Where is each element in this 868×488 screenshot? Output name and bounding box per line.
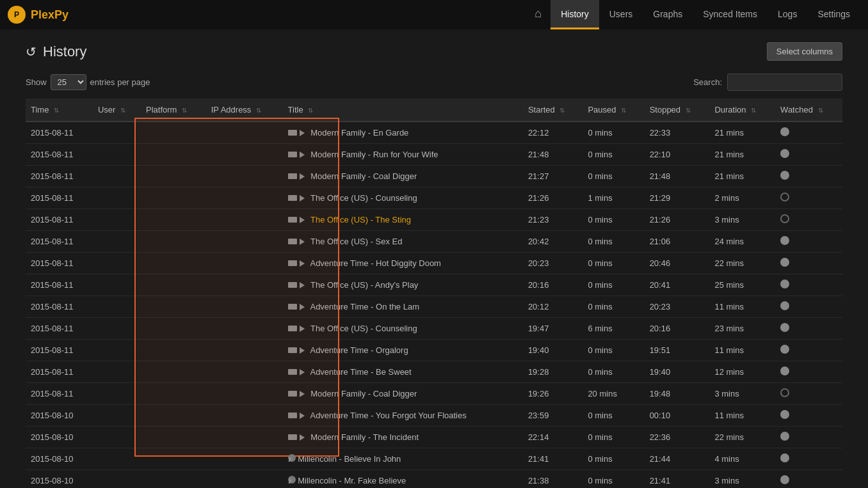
table-row: 2015-08-11 Modern Family - Coal Digger 1… [26, 383, 842, 405]
col-title[interactable]: Title ⇅ [283, 98, 523, 122]
video-icon [288, 369, 297, 375]
col-duration[interactable]: Duration ⇅ [709, 98, 775, 122]
cell-user [93, 231, 141, 253]
cell-paused: 0 mins [583, 166, 644, 187]
cell-duration: 3 mins [709, 470, 775, 489]
cell-ip [206, 361, 283, 383]
table-row: 2015-08-11 Adventure Time - On the Lam 2… [26, 296, 842, 318]
col-paused[interactable]: Paused ⇅ [583, 98, 644, 122]
cell-date: 2015-08-10 [26, 470, 93, 489]
select-columns-button[interactable]: Select columns [767, 42, 842, 61]
video-icons [288, 195, 305, 201]
cell-date: 2015-08-11 [26, 144, 93, 166]
table-row: 2015-08-10 ♪ Millencolin - Mr. Fake Beli… [26, 470, 842, 489]
watched-indicator [780, 214, 789, 223]
cell-paused: 0 mins [583, 405, 644, 427]
page-title: ↺ History [26, 43, 86, 60]
cell-stopped: 21:48 [645, 166, 710, 187]
nav-home[interactable]: ⌂ [526, 0, 551, 29]
nav-users[interactable]: Users [599, 0, 643, 29]
play-icon [300, 326, 305, 332]
cell-user [93, 274, 141, 296]
cell-paused: 0 mins [583, 253, 644, 274]
col-watched[interactable]: Watched ⇅ [775, 98, 842, 122]
cell-user [93, 209, 141, 231]
nav-logs[interactable]: Logs [768, 0, 807, 29]
cell-paused: 0 mins [583, 361, 644, 383]
video-icon [288, 152, 297, 157]
cell-user [93, 318, 141, 340]
cell-watched [775, 122, 842, 144]
sort-icon-paused: ⇅ [621, 107, 626, 114]
cell-ip [206, 122, 283, 144]
logo-text: PlexPy [31, 8, 68, 22]
cell-duration: 3 mins [709, 383, 775, 405]
cell-paused: 0 mins [583, 274, 644, 296]
cell-user [93, 166, 141, 187]
cell-paused: 0 mins [583, 448, 644, 470]
cell-started: 21:26 [523, 187, 583, 209]
play-icon [300, 304, 305, 310]
cell-duration: 11 mins [709, 296, 775, 318]
play-icon [300, 130, 305, 136]
col-stopped[interactable]: Stopped ⇅ [645, 98, 710, 122]
table-row: 2015-08-11 The Office (US) - Counseling … [26, 187, 842, 209]
cell-ip [206, 253, 283, 274]
play-icon [300, 239, 305, 245]
cell-title: Modern Family - Coal Digger [283, 166, 523, 187]
logo: P PlexPy [8, 6, 68, 24]
cell-title[interactable]: The Office (US) - The Sting [283, 209, 523, 231]
cell-ip [206, 209, 283, 231]
cell-ip [206, 144, 283, 166]
video-icons [288, 260, 305, 267]
cell-platform [141, 448, 206, 470]
cell-started: 22:12 [523, 122, 583, 144]
cell-started: 21:27 [523, 166, 583, 187]
col-ip[interactable]: IP Address ⇅ [206, 98, 283, 122]
table-row: 2015-08-11 The Office (US) - Counseling … [26, 318, 842, 340]
cell-date: 2015-08-11 [26, 209, 93, 231]
table-row: 2015-08-10 Adventure Time - You Forgot Y… [26, 405, 842, 427]
cell-stopped: 20:23 [645, 296, 710, 318]
nav-settings[interactable]: Settings [807, 0, 860, 29]
search-input[interactable] [727, 74, 842, 91]
watched-indicator [780, 149, 789, 158]
watched-indicator [780, 236, 789, 245]
cell-ip [206, 340, 283, 361]
video-icons [288, 434, 305, 441]
table-row: 2015-08-11 The Office (US) - Andy's Play… [26, 274, 842, 296]
cell-started: 20:12 [523, 296, 583, 318]
col-time[interactable]: Time ⇅ [26, 98, 93, 122]
play-icon [300, 347, 305, 354]
history-icon: ↺ [26, 44, 36, 59]
cell-user [93, 296, 141, 318]
video-icon [288, 260, 297, 266]
cell-duration: 21 mins [709, 166, 775, 187]
nav-graphs[interactable]: Graphs [643, 0, 693, 29]
video-icon [288, 347, 297, 353]
watched-indicator [780, 453, 789, 462]
cell-watched [775, 448, 842, 470]
cell-title: The Office (US) - Counseling [283, 318, 523, 340]
cell-platform [141, 383, 206, 405]
cell-ip [206, 427, 283, 448]
logo-icon: P [8, 6, 26, 24]
cell-ip [206, 231, 283, 253]
cell-date: 2015-08-10 [26, 427, 93, 448]
nav-history[interactable]: History [551, 0, 599, 29]
cell-platform [141, 209, 206, 231]
table-row: 2015-08-11 Adventure Time - Hot Diggity … [26, 253, 842, 274]
cell-user [93, 340, 141, 361]
cell-stopped: 22:10 [645, 144, 710, 166]
col-user[interactable]: User ⇅ [93, 98, 141, 122]
col-started[interactable]: Started ⇅ [523, 98, 583, 122]
sort-icon-ip: ⇅ [256, 107, 261, 114]
cell-ip [206, 448, 283, 470]
cell-paused: 1 mins [583, 187, 644, 209]
cell-user [93, 383, 141, 405]
col-platform[interactable]: Platform ⇅ [141, 98, 206, 122]
cell-duration: 23 mins [709, 318, 775, 340]
nav-synced-items[interactable]: Synced Items [693, 0, 768, 29]
cell-watched [775, 470, 842, 489]
entries-per-page-select[interactable]: 25 50 100 [51, 74, 86, 90]
